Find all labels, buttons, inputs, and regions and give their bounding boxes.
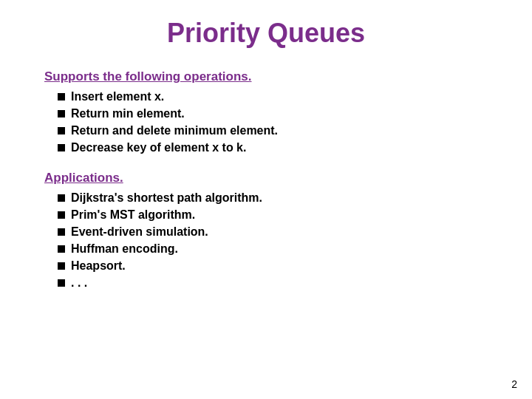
operations-list-item: Return min element. [58,107,488,120]
operations-section: Supports the following operations. Inser… [44,69,488,154]
operations-list-item: Return and delete minimum element. [58,124,488,137]
applications-list-item: Dijkstra's shortest path algorithm. [58,191,488,205]
operations-item-text: Insert element x. [71,90,164,103]
applications-section: Applications. Dijkstra's shortest path a… [44,171,488,290]
bullet-icon [58,144,65,151]
applications-list-item: Event-driven simulation. [58,225,488,239]
bullet-icon [58,211,65,219]
bullet-icon [58,245,65,253]
applications-heading: Applications. [44,171,488,185]
bullet-icon [58,194,65,202]
applications-item-text: Dijkstra's shortest path algorithm. [71,191,262,205]
applications-item-text: Huffman encoding. [71,242,178,256]
applications-item-text: Prim's MST algorithm. [71,208,195,222]
operations-list-item: Insert element x. [58,90,488,103]
applications-list-item: Heapsort. [58,259,488,273]
slide: Priority Queues Supports the following o… [0,0,532,399]
slide-title: Priority Queues [44,15,488,49]
page-number: 2 [511,378,517,390]
operations-item-text: Decrease key of element x to k. [71,141,246,154]
applications-list: Dijkstra's shortest path algorithm.Prim'… [58,191,488,290]
bullet-icon [58,279,65,287]
bullet-icon [58,93,65,100]
applications-item-text: Heapsort. [71,259,126,273]
operations-list-item: Decrease key of element x to k. [58,141,488,154]
bullet-icon [58,127,65,134]
operations-list: Insert element x.Return min element.Retu… [58,90,488,154]
bullet-icon [58,110,65,117]
bullet-icon [58,228,65,236]
operations-heading: Supports the following operations. [44,69,488,84]
applications-item-text: . . . [71,276,87,290]
applications-list-item: Huffman encoding. [58,242,488,256]
applications-list-item: . . . [58,276,488,290]
applications-item-text: Event-driven simulation. [71,225,208,239]
operations-item-text: Return min element. [71,107,185,120]
operations-item-text: Return and delete minimum element. [71,124,278,137]
bullet-icon [58,262,65,270]
applications-list-item: Prim's MST algorithm. [58,208,488,222]
